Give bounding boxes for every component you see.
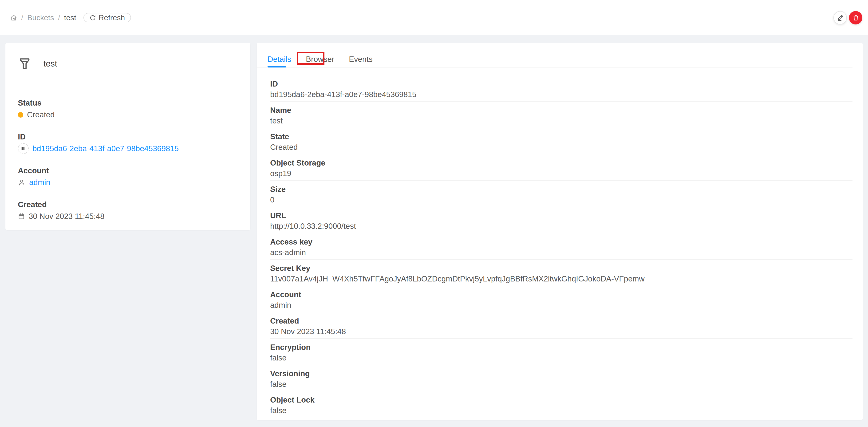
account-label: Account: [18, 166, 238, 175]
breadcrumb-separator: /: [58, 13, 60, 22]
trash-icon: [852, 14, 859, 21]
detail-value: Created: [270, 143, 852, 152]
refresh-button[interactable]: Refresh: [84, 13, 131, 22]
detail-value: osp19: [270, 169, 852, 178]
detail-value: http://10.0.33.2:9000/test: [270, 221, 852, 231]
detail-row-access-key: Access key acs-admin: [270, 233, 852, 260]
tab-bar: Details Browser Events: [257, 43, 852, 67]
detail-row-versioning: Versioning false: [270, 365, 852, 391]
resource-info-card: test Status Created ID bd195da6-2eba-413…: [5, 43, 250, 230]
detail-value: 30 Nov 2023 11:45:48: [270, 327, 852, 336]
detail-value: admin: [270, 301, 852, 310]
detail-label: Object Storage: [270, 158, 852, 167]
home-icon[interactable]: [10, 14, 17, 21]
account-link[interactable]: admin: [29, 178, 50, 187]
detail-value: false: [270, 406, 852, 415]
detail-value: acs-admin: [270, 248, 852, 257]
breadcrumb-item-buckets[interactable]: Buckets: [27, 13, 54, 22]
bucket-funnel-icon: [18, 57, 31, 70]
detail-row-name: Name test: [270, 101, 852, 128]
calendar-icon: [18, 213, 25, 220]
detail-label: Encryption: [270, 343, 852, 352]
detail-label: Secret Key: [270, 264, 852, 273]
detail-label: Size: [270, 185, 852, 194]
detail-label: Versioning: [270, 369, 852, 378]
status-value: Created: [27, 110, 55, 119]
id-row: bd195da6-2eba-413f-a0e7-98be45369815: [18, 143, 238, 154]
detail-value: 11v007a1Av4jJH_W4Xh5TfwFFAgoJyAf8LbOZDcg…: [270, 274, 852, 283]
detail-label: Name: [270, 106, 852, 115]
top-header-bar: / Buckets / test Refresh: [0, 0, 868, 35]
details-list: ID bd195da6-2eba-413f-a0e7-98be45369815 …: [270, 75, 852, 418]
detail-label: Object Lock: [270, 396, 852, 404]
id-label: ID: [18, 132, 238, 141]
detail-label: Access key: [270, 238, 852, 246]
status-label: Status: [18, 98, 238, 108]
detail-row-encryption: Encryption false: [270, 339, 852, 365]
created-value: 30 Nov 2023 11:45:48: [29, 212, 104, 221]
active-tab-indicator: [268, 66, 286, 67]
resource-header: test: [18, 57, 238, 70]
detail-row-object-storage: Object Storage osp19: [270, 154, 852, 181]
status-dot: [18, 112, 23, 118]
breadcrumb-separator: /: [21, 13, 23, 22]
detail-row-state: State Created: [270, 128, 852, 154]
detail-card: Details Browser Events ID bd195da6-2eba-…: [257, 43, 863, 420]
edit-button[interactable]: [833, 11, 847, 25]
detail-label: URL: [270, 211, 852, 220]
detail-row-size: Size 0: [270, 181, 852, 207]
detail-label: Created: [270, 316, 852, 326]
detail-value: bd195da6-2eba-413f-a0e7-98be45369815: [270, 90, 852, 99]
detail-label: Account: [270, 290, 852, 299]
detail-label: State: [270, 132, 852, 141]
detail-value: test: [270, 116, 852, 126]
status-row: Created: [18, 109, 238, 120]
tab-details[interactable]: Details: [268, 43, 291, 63]
detail-row-object-lock: Object Lock false: [270, 391, 852, 418]
tab-browser[interactable]: Browser: [306, 43, 334, 63]
reload-icon: [90, 14, 96, 21]
detail-row-created: Created 30 Nov 2023 11:45:48: [270, 312, 852, 339]
detail-row-secret-key: Secret Key 11v007a1Av4jJH_W4Xh5TfwFFAgoJ…: [270, 260, 852, 286]
created-label: Created: [18, 200, 238, 209]
detail-value: false: [270, 379, 852, 389]
header-actions: [833, 11, 862, 25]
breadcrumb: / Buckets / test Refresh: [10, 0, 131, 35]
tab-events[interactable]: Events: [349, 43, 373, 63]
account-row: admin: [18, 177, 238, 188]
divider: [18, 86, 238, 86]
detail-label: ID: [270, 80, 852, 88]
detail-row-url: URL http://10.0.33.2:9000/test: [270, 207, 852, 233]
resource-title: test: [43, 59, 57, 69]
breadcrumb-item-current: test: [64, 13, 76, 22]
detail-value: 0: [270, 195, 852, 205]
delete-button[interactable]: [849, 11, 862, 25]
detail-row-id: ID bd195da6-2eba-413f-a0e7-98be45369815: [270, 75, 852, 101]
created-row: 30 Nov 2023 11:45:48: [18, 211, 238, 222]
resource-id-link[interactable]: bd195da6-2eba-413f-a0e7-98be45369815: [32, 144, 179, 153]
barcode-icon: [18, 143, 29, 154]
detail-value: false: [270, 353, 852, 363]
detail-row-account: Account admin: [270, 286, 852, 312]
edit-pencil-icon: [837, 14, 843, 21]
user-icon: [18, 179, 25, 186]
refresh-button-label: Refresh: [98, 13, 125, 22]
